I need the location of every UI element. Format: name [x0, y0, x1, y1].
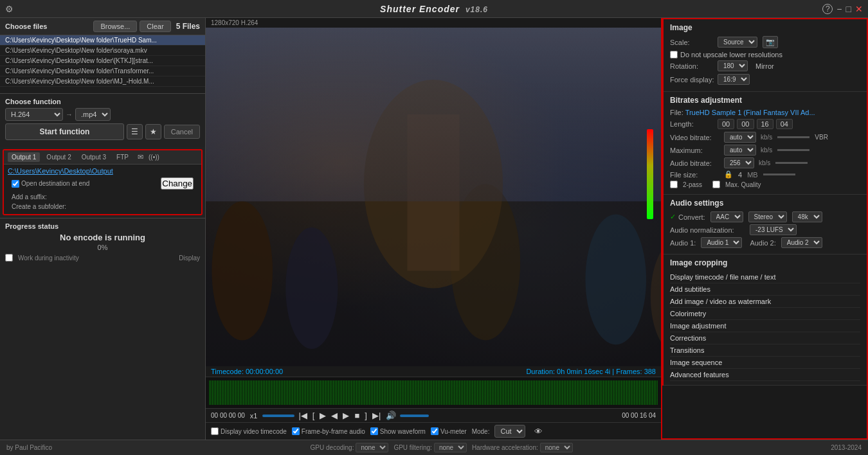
- waveform-option: Show waveform: [370, 427, 426, 435]
- corrections-link[interactable]: Corrections: [670, 332, 860, 344]
- clear-button[interactable]: Clear: [140, 21, 170, 32]
- minimize-icon[interactable]: −: [836, 4, 842, 14]
- maximum-select[interactable]: auto: [724, 145, 756, 156]
- prev-frame-btn[interactable]: [: [311, 411, 316, 420]
- file-item[interactable]: C:\Users\Kevincy\Desktop\New folder\MJ_-…: [0, 76, 205, 87]
- next-btn[interactable]: ▶: [341, 411, 350, 420]
- rate-select[interactable]: 48k: [792, 211, 822, 222]
- file-name[interactable]: TrueHD Sample 1 (Final Fantasy VII Ad...: [685, 109, 815, 116]
- file-item[interactable]: C:\Users\Kevincy\Desktop\New folder\[KTK…: [0, 56, 205, 66]
- prev-btn[interactable]: ◀: [330, 411, 339, 420]
- vumeter-checkbox[interactable]: [431, 427, 439, 435]
- menu-icon-button[interactable]: ☰: [127, 124, 143, 139]
- close-icon[interactable]: ✕: [855, 4, 863, 14]
- file-size-label: File size:: [670, 171, 721, 179]
- to-end-btn[interactable]: ▶|: [371, 411, 382, 420]
- eye-btn[interactable]: 👁: [533, 427, 544, 436]
- gpu-decoding-select[interactable]: none: [356, 443, 388, 452]
- no-upscale-row: Do not upscale lower resolutions: [670, 51, 860, 58]
- force-display-row: Force display: 16:9: [670, 74, 860, 85]
- browse-button[interactable]: Browse...: [93, 21, 137, 32]
- output-tab-2[interactable]: Output 2: [42, 152, 75, 162]
- gear-icon[interactable]: ⚙: [5, 4, 14, 14]
- to-start-btn[interactable]: |◀: [297, 411, 308, 420]
- audio-bitrate-slider[interactable]: [775, 162, 808, 164]
- video-frame: [206, 28, 661, 366]
- no-upscale-checkbox[interactable]: [670, 51, 678, 58]
- max-quality-checkbox[interactable]: [712, 181, 720, 188]
- svg-point-4: [585, 215, 646, 345]
- video-bitrate-slider[interactable]: [777, 136, 809, 138]
- video-timecode-checkbox[interactable]: [211, 427, 219, 435]
- maximize-icon[interactable]: □: [846, 4, 851, 14]
- output-options: Open destination at end Change: [8, 177, 197, 192]
- maximum-slider[interactable]: [777, 149, 809, 151]
- hw-accel-select[interactable]: none: [540, 443, 573, 452]
- normalization-select[interactable]: -23 LUFS: [750, 224, 797, 235]
- help-icon[interactable]: ?: [822, 4, 833, 14]
- author-label: by Paul Pacifico: [6, 444, 52, 451]
- video-info: 1280x720 H.264: [211, 19, 258, 26]
- email-icon[interactable]: ✉: [138, 153, 143, 161]
- output-tab-1[interactable]: Output 1: [8, 152, 40, 162]
- video-bitrate-select[interactable]: auto: [724, 132, 756, 143]
- start-function-button[interactable]: Start function: [5, 123, 124, 140]
- topbar: ⚙ Shutter Encoder v18.6 ? − □ ✕: [0, 0, 868, 18]
- convert-select[interactable]: AAC: [710, 211, 743, 222]
- image-sequence-link[interactable]: Image sequence: [670, 357, 860, 369]
- file-item[interactable]: C:\Users\Kevincy\Desktop\New folder\sora…: [0, 46, 205, 56]
- transitions-link[interactable]: Transitions: [670, 344, 860, 357]
- frame-audio-checkbox[interactable]: [292, 427, 300, 435]
- image-adjustment-link[interactable]: Image adjustment: [670, 320, 860, 332]
- mirror-label: Mirror: [755, 62, 774, 70]
- star-icon-button[interactable]: ★: [145, 124, 161, 139]
- file-item[interactable]: C:\Users\Kevincy\Desktop\New folder\True…: [0, 35, 205, 46]
- camera-button[interactable]: 📷: [763, 36, 778, 48]
- timecode-link[interactable]: Display timecode / file name / text: [670, 271, 860, 283]
- output-path[interactable]: C:\Users\Kevincy\Desktop\Output: [8, 167, 197, 175]
- watermark-link[interactable]: Add image / video as watermark: [670, 296, 860, 308]
- cancel-button[interactable]: Cancel: [164, 125, 200, 139]
- audio-bitrate-select[interactable]: 256: [724, 157, 754, 168]
- length-h: 00: [718, 119, 734, 129]
- volume-btn[interactable]: 🔊: [384, 411, 397, 420]
- video-bitrate-row: Video bitrate: auto kb/s VBR: [670, 132, 860, 143]
- volume-slider[interactable]: [400, 415, 429, 417]
- create-subfolder-label: Create a subfolder:: [12, 203, 66, 210]
- stereo-select[interactable]: Stereo: [748, 211, 787, 222]
- output-tab-ftp[interactable]: FTP: [113, 152, 132, 162]
- audio1-select[interactable]: Audio 1: [701, 237, 742, 248]
- scale-label: Scale:: [670, 39, 715, 46]
- colorimetry-link[interactable]: Colorimetry: [670, 308, 860, 320]
- output-tabs: Output 1 Output 2 Output 3 FTP ✉ ((•)): [4, 150, 201, 165]
- audio2-select[interactable]: Audio 2: [781, 237, 822, 248]
- scale-select[interactable]: Source: [718, 37, 757, 48]
- advanced-features-link[interactable]: Advanced features: [670, 369, 860, 381]
- output-tab-3[interactable]: Output 3: [78, 152, 110, 162]
- gpu-filtering-select[interactable]: none: [434, 443, 467, 452]
- next-frame-btn[interactable]: ]: [363, 411, 368, 420]
- time-start: 00 00 00 00: [211, 412, 245, 419]
- change-button[interactable]: Change: [161, 177, 194, 190]
- waveform-checkbox[interactable]: [370, 427, 378, 435]
- force-display-select[interactable]: 16:9: [718, 74, 750, 85]
- subtitles-link[interactable]: Add subtitles: [670, 283, 860, 296]
- rotation-select[interactable]: 180: [718, 60, 748, 71]
- year-label: 2013-2024: [831, 444, 862, 451]
- mb-label: MB: [747, 171, 758, 179]
- mode-select[interactable]: Cut: [494, 425, 525, 438]
- format-select[interactable]: H.264: [5, 108, 63, 121]
- ext-select[interactable]: .mp4: [75, 108, 111, 121]
- stop-btn[interactable]: ■: [353, 411, 361, 420]
- work-inactivity-checkbox[interactable]: [5, 254, 13, 262]
- work-inactivity-row: Work during inactivity Display: [5, 254, 200, 262]
- file-size-slider[interactable]: [763, 174, 795, 175]
- play-btn[interactable]: ▶: [318, 411, 327, 420]
- wireless-icon[interactable]: ((•)): [149, 154, 159, 161]
- twopass-checkbox[interactable]: [670, 181, 678, 188]
- gpu-decoding-item: GPU decoding: none: [311, 443, 389, 452]
- file-item[interactable]: C:\Users\Kevincy\Desktop\New folder\Tran…: [0, 66, 205, 76]
- progress-title: Progress status: [5, 222, 200, 230]
- open-destination-checkbox[interactable]: [12, 180, 19, 188]
- speed-slider[interactable]: [262, 415, 294, 417]
